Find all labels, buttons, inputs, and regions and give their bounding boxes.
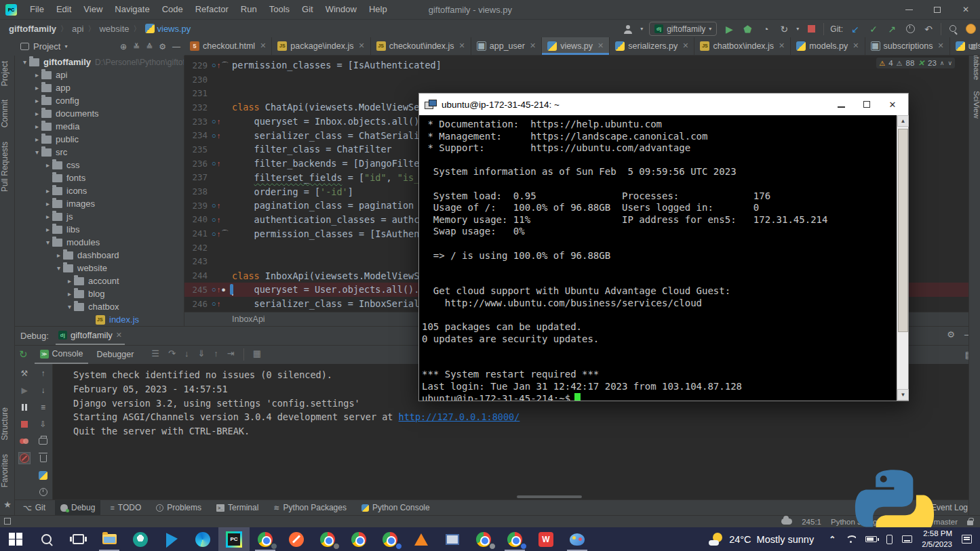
line-number[interactable]: 236 [184, 159, 208, 169]
pycharm-taskbar-icon[interactable]: PC [218, 527, 250, 551]
history-clock-icon[interactable] [38, 487, 49, 497]
line-number[interactable]: 241 [184, 228, 208, 239]
locate-file-icon[interactable]: ⊕ [120, 42, 127, 52]
toolwindow-git[interactable]: ⌥Git [18, 500, 51, 516]
breadcrumb-root[interactable]: giftoffamily [7, 24, 58, 34]
toolwindow-problems[interactable]: !Problems [151, 500, 207, 516]
toolstrip-favorites[interactable]: Favorites [0, 454, 15, 487]
putty-terminal-window[interactable]: ubuntu@ip-172-31-45-214: ~ ✕ * Documenta… [418, 93, 909, 401]
toolwindow-python-packages[interactable]: ≋Python Packages [268, 500, 352, 516]
settings-gear-icon[interactable]: ⚙ [947, 329, 955, 340]
tree-arrow-icon[interactable] [43, 200, 52, 207]
wifi-icon[interactable] [845, 535, 856, 544]
gutter[interactable]: ○ ↑ ● [208, 283, 232, 297]
edge-icon[interactable] [187, 527, 218, 551]
soft-wrap-icon[interactable]: ≡ [38, 402, 49, 413]
battery-icon[interactable] [865, 536, 877, 542]
step-over-icon[interactable]: ↷ [168, 348, 176, 361]
tree-arrow-icon[interactable] [43, 187, 52, 195]
editor-tab[interactable]: subscriptions ✕ [865, 37, 950, 55]
tree-row[interactable]: src [15, 146, 184, 159]
line-number[interactable]: 246 [184, 299, 208, 309]
gutter[interactable] [208, 268, 232, 283]
tree-row[interactable]: public [15, 133, 184, 146]
override-icon[interactable]: ○ [212, 131, 216, 140]
close-icon[interactable]: ✕ [358, 41, 364, 50]
line-number[interactable]: 235 [184, 144, 208, 155]
force-step-into-icon[interactable]: ⇓ [197, 348, 205, 361]
tree-row[interactable]: libs [15, 223, 184, 236]
chevron-down-icon[interactable]: ▾ [796, 26, 799, 32]
override-icon[interactable]: ○ [212, 285, 216, 293]
implement-arrow-icon[interactable]: ↑ [217, 61, 221, 69]
sync-cloud-icon[interactable] [781, 518, 792, 525]
close-icon[interactable]: ✕ [530, 41, 536, 50]
implement-arrow-icon[interactable]: ↑ [217, 230, 221, 238]
coverage-button[interactable]: ↻ [778, 23, 790, 35]
menu-item[interactable]: View [77, 0, 109, 19]
up-stack-icon[interactable]: ↑ [38, 368, 49, 379]
settings-gear-icon[interactable]: ⚙ [159, 42, 166, 52]
terminal-maximize-button[interactable] [854, 100, 880, 110]
implement-arrow-icon[interactable]: ↑ [217, 201, 221, 209]
gutter[interactable]: ○ ↑ [208, 199, 232, 213]
editor-tab[interactable]: views.py ✕ [542, 37, 610, 55]
touchpad-icon[interactable] [902, 535, 912, 543]
line-number[interactable]: 245 [184, 285, 208, 295]
tree-row[interactable]: giftoffamily D:\Personel\Python\giftof [15, 56, 184, 68]
hide-panel-icon[interactable]: — [172, 42, 180, 52]
tree-row[interactable]: account [15, 274, 184, 287]
editor-tab[interactable]: checkout.html ✕ [184, 37, 272, 55]
step-into-icon[interactable]: ↓ [184, 348, 189, 361]
tree-row[interactable]: website [15, 262, 184, 274]
gutter-extra-icon[interactable]: ● [221, 285, 226, 293]
postman-icon[interactable] [281, 527, 312, 551]
profiler-button[interactable]: ◔ [760, 23, 772, 35]
file-explorer-icon[interactable] [94, 527, 125, 551]
gutter-extra-icon[interactable]: ⌒ [221, 228, 229, 239]
close-icon[interactable]: ✕ [852, 41, 859, 50]
chrome-profile-icon[interactable] [374, 527, 406, 551]
tree-arrow-icon[interactable] [54, 264, 63, 272]
terminal-output[interactable]: * Documentation: https://help.ubuntu.com… [419, 115, 908, 401]
pause-icon[interactable] [19, 402, 30, 413]
resume-icon[interactable]: ▶ [19, 385, 30, 396]
menu-item[interactable]: Edit [50, 0, 77, 19]
line-number[interactable]: 239 [184, 201, 208, 211]
toolstrip-structure[interactable]: Structure [0, 407, 15, 441]
close-icon[interactable]: ✕ [116, 331, 122, 340]
gutter[interactable] [208, 100, 232, 115]
implement-arrow-icon[interactable]: ↑ [217, 131, 221, 140]
tab-console[interactable]: ≫ Console [35, 346, 89, 364]
console-hscrollbar-thumb[interactable] [517, 495, 582, 498]
tree-arrow-icon[interactable] [33, 136, 41, 143]
line-number[interactable]: 238 [184, 186, 208, 197]
chrome-gear-icon[interactable] [468, 527, 499, 551]
tree-arrow-icon[interactable] [20, 58, 29, 66]
action-center-icon[interactable] [962, 535, 972, 544]
gutter[interactable] [208, 73, 232, 87]
override-icon[interactable]: ○ [212, 117, 216, 125]
print-icon[interactable] [38, 436, 49, 447]
lock-icon[interactable] [967, 521, 973, 525]
chrome-icon[interactable] [343, 527, 374, 551]
gutter[interactable]: ○ ↑ [208, 128, 232, 142]
chevron-down-icon[interactable]: ▾ [640, 26, 643, 32]
terminal-scrollbar[interactable]: ▲ ▼ [897, 115, 908, 401]
chrome-profile-icon[interactable] [312, 527, 343, 551]
view-breakpoints-icon[interactable] [19, 453, 30, 464]
prev-problem-icon[interactable]: ∧ [940, 60, 945, 66]
history-button[interactable] [904, 23, 916, 35]
tree-arrow-icon[interactable] [43, 239, 52, 246]
next-problem-icon[interactable]: ∨ [947, 60, 952, 66]
tree-row[interactable]: blog [15, 287, 184, 300]
tree-row[interactable]: icons [15, 184, 184, 197]
tree-arrow-icon[interactable] [33, 71, 41, 79]
editor-tab[interactable]: serializers.py ✕ [610, 37, 694, 55]
toolstrip-commit[interactable]: Commit [0, 100, 15, 127]
chrome-profile-icon[interactable] [250, 527, 281, 551]
close-icon[interactable]: ✕ [459, 41, 465, 50]
scroll-down-icon[interactable]: ▼ [897, 389, 909, 401]
close-icon[interactable]: ✕ [937, 41, 943, 50]
terminal-prompt[interactable]: ubuntu@ip-172-31-45-214:~$ [422, 393, 908, 401]
